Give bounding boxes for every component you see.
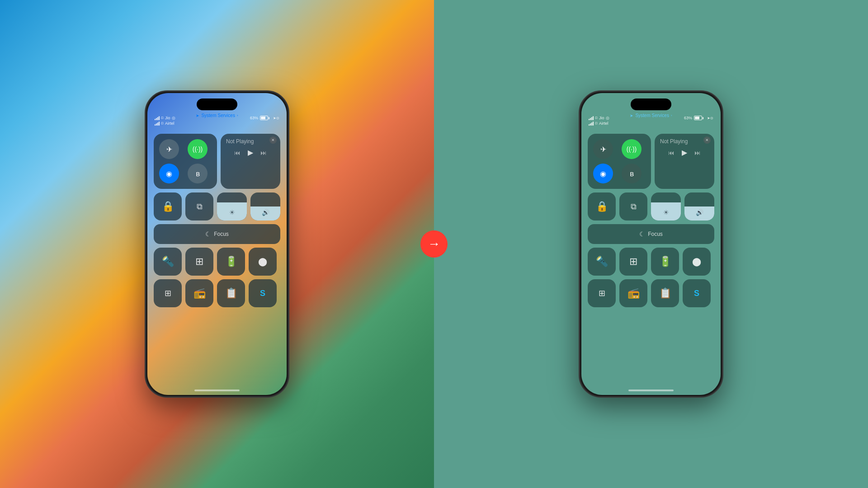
media-panel-left[interactable]: ✕ Not Playing ⏮ ▶ ⏭: [221, 134, 280, 189]
remote-btn-left[interactable]: 📻: [185, 279, 213, 307]
rewind-btn-right[interactable]: ⏮: [668, 149, 675, 156]
volume-icon-left: 🔊: [262, 209, 269, 216]
flashlight-btn-right[interactable]: 🔦: [588, 248, 616, 276]
home-indicator-left: [194, 389, 240, 391]
screen-mirror-btn-left[interactable]: ⧉: [185, 192, 213, 221]
qr-scan-btn-right[interactable]: ⊞: [588, 279, 616, 307]
top-row-right: ✈ ((·)) ◉ ʙ ✕: [588, 134, 714, 189]
moon-icon-left: ☾: [205, 230, 211, 238]
bar3br: [591, 122, 592, 126]
status-bar-left: ⊡ Jio ◎ ⊡ Airtel: [155, 116, 279, 126]
shazam-icon-right: S: [694, 289, 699, 298]
wifi-icon-right: ◉: [600, 169, 606, 178]
bar4: [159, 116, 160, 120]
shazam-icon-left: S: [260, 289, 265, 298]
bluetooth-btn-right[interactable]: ʙ: [622, 164, 642, 183]
focus-row-right: ☾ Focus: [588, 224, 714, 244]
remote-btn-right[interactable]: 📻: [619, 279, 647, 307]
battery-saver-icon-right: 🔋: [659, 256, 671, 267]
calculator-btn-left[interactable]: ⊞: [185, 248, 213, 276]
rotation-lock-btn-right[interactable]: 🔒: [588, 192, 616, 221]
media-controls-right: ⏮ ▶ ⏭: [660, 148, 709, 157]
play-btn-left[interactable]: ▶: [248, 148, 253, 157]
cellular-btn-right[interactable]: ((·)): [622, 139, 642, 159]
notes-btn-right[interactable]: 📋: [651, 279, 679, 307]
bar1r: [589, 119, 590, 120]
screen-record-btn-left[interactable]: ⬤: [249, 248, 277, 276]
calculator-btn-right[interactable]: ⊞: [619, 248, 647, 276]
airplane-mode-btn-right[interactable]: ✈: [593, 139, 613, 159]
icon-row2-right: ⊞ 📻 📋 S: [588, 279, 714, 307]
sim2-indicator-right: ⊡: [595, 122, 598, 125]
connectivity-panel-left[interactable]: ✈ ((·)) ◉ ʙ: [154, 134, 217, 189]
flashlight-btn-left[interactable]: 🔦: [154, 248, 182, 276]
shazam-btn-left[interactable]: S: [249, 279, 277, 307]
bar4br: [593, 122, 594, 126]
carrier2-row-right: ⊡ Airtel: [589, 121, 609, 126]
icon-row1-left: 🔦 ⊞ 🔋 ⬤: [154, 248, 280, 276]
bar3r: [591, 117, 592, 120]
bluetooth-btn-left[interactable]: ʙ: [188, 164, 208, 183]
bar2r: [590, 118, 591, 120]
focus-btn-right[interactable]: ☾ Focus: [588, 224, 714, 244]
battery-saver-btn-right[interactable]: 🔋: [651, 248, 679, 276]
flashlight-icon-right: 🔦: [596, 256, 608, 267]
mirror-icon-right: ⧉: [631, 202, 637, 211]
screen-mirror-btn-right[interactable]: ⧉: [619, 192, 647, 221]
fast-forward-btn-left[interactable]: ⏭: [260, 149, 267, 156]
focus-label-right: Focus: [648, 231, 663, 237]
focus-label-left: Focus: [214, 231, 229, 237]
home-indicator-right: [628, 389, 674, 391]
carrier2-row-left: ⊡ Airtel: [155, 121, 175, 126]
volume-slider-left[interactable]: 🔊: [250, 192, 280, 221]
brightness-slider-left[interactable]: ☀: [217, 192, 247, 221]
cellular-icon-left: ((·)): [193, 145, 203, 153]
bar4r: [593, 116, 594, 120]
shazam-btn-right[interactable]: S: [683, 279, 711, 307]
media-close-right[interactable]: ✕: [703, 136, 711, 144]
screen-record-icon-left: ⬤: [258, 257, 267, 267]
bar2b: [156, 123, 157, 126]
rewind-btn-left[interactable]: ⏮: [234, 149, 241, 156]
wifi-icon-left: ◉: [166, 169, 172, 178]
battery-percent-left: 63%: [250, 116, 258, 120]
notes-icon-right: 📋: [659, 287, 671, 299]
bar2: [156, 118, 157, 120]
calculator-icon-left: ⊞: [195, 256, 203, 267]
flashlight-icon-left: 🔦: [162, 256, 174, 267]
rotation-lock-btn-left[interactable]: 🔒: [154, 192, 182, 221]
wifi-btn-left[interactable]: ◉: [159, 164, 179, 183]
qr-scan-btn-left[interactable]: ⊞: [154, 279, 182, 307]
media-close-left[interactable]: ✕: [269, 136, 277, 144]
sim-indicator-right: ⊡: [595, 116, 598, 120]
brightness-slider-right[interactable]: ☀: [651, 192, 681, 221]
wifi-signal-left: ◎: [172, 116, 175, 120]
carrier2-name-right: Airtel: [599, 121, 609, 126]
media-title-right: Not Playing: [660, 138, 709, 145]
play-btn-right[interactable]: ▶: [682, 148, 687, 157]
battery-saver-btn-left[interactable]: 🔋: [217, 248, 245, 276]
screen-record-btn-right[interactable]: ⬤: [683, 248, 711, 276]
status-left-carriers: ⊡ Jio ◎ ⊡ Airtel: [155, 116, 175, 126]
sim-indicator-left: ⊡: [161, 116, 164, 120]
media-panel-right[interactable]: ✕ Not Playing ⏮ ▶ ⏭: [655, 134, 714, 189]
volume-icon-right: 🔊: [696, 209, 703, 216]
moon-icon-right: ☾: [639, 230, 645, 238]
airplane-icon-right: ✈: [600, 145, 606, 154]
carrier1-name-left: Jio: [165, 116, 170, 120]
bar2br: [590, 123, 591, 126]
notes-btn-left[interactable]: 📋: [217, 279, 245, 307]
fast-forward-btn-right[interactable]: ⏭: [694, 149, 701, 156]
bluetooth-icon-left: ʙ: [196, 169, 200, 178]
connectivity-panel-right[interactable]: ✈ ((·)) ◉ ʙ: [588, 134, 651, 189]
icon-row1-right: 🔦 ⊞ 🔋 ⬤: [588, 248, 714, 276]
signal-bars-right-2: [589, 122, 594, 126]
carrier1-row-right: ⊡ Jio ◎: [589, 116, 609, 120]
airplane-mode-btn-left[interactable]: ✈: [159, 139, 179, 159]
volume-slider-right[interactable]: 🔊: [684, 192, 714, 221]
control-center-right: ✈ ((·)) ◉ ʙ ✕: [588, 134, 714, 307]
signal-bars-right-1: [589, 116, 594, 120]
wifi-btn-right[interactable]: ◉: [593, 164, 613, 183]
focus-btn-left[interactable]: ☾ Focus: [154, 224, 280, 244]
cellular-btn-left[interactable]: ((·)): [188, 139, 208, 159]
